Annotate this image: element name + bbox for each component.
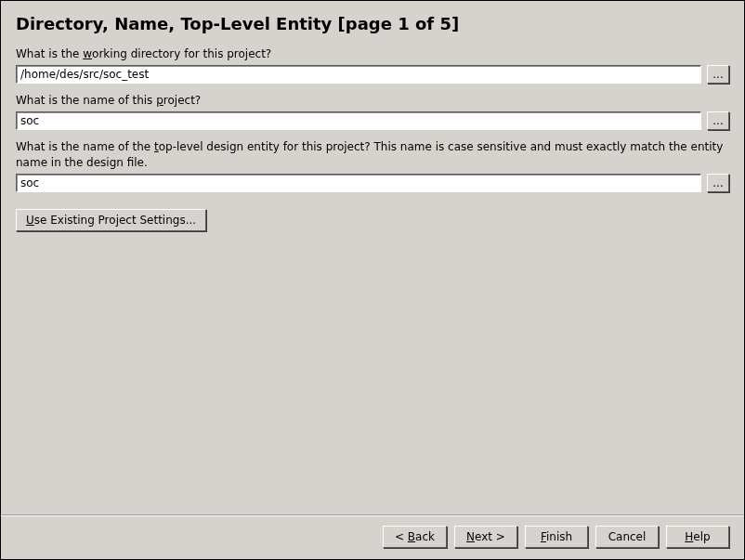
- back-button[interactable]: < Back: [383, 526, 447, 548]
- project-name-input[interactable]: [16, 111, 701, 130]
- top-level-entity-browse-button[interactable]: ...: [707, 174, 729, 192]
- working-directory-label: What is the working directory for this p…: [16, 46, 729, 61]
- working-directory-input[interactable]: [16, 65, 701, 84]
- working-directory-browse-button[interactable]: ...: [707, 65, 729, 84]
- top-level-entity-label: What is the name of the top-level design…: [16, 139, 729, 169]
- project-name-browse-button[interactable]: ...: [707, 111, 729, 130]
- wizard-footer: < Back Next > Finish Cancel Help: [1, 515, 744, 559]
- use-existing-settings-button[interactable]: Use Existing Project Settings...: [16, 209, 206, 231]
- working-directory-block: What is the working directory for this p…: [16, 46, 729, 84]
- next-button[interactable]: Next >: [454, 526, 517, 548]
- wizard-content: Directory, Name, Top-Level Entity [page …: [1, 1, 744, 515]
- help-button[interactable]: Help: [666, 526, 729, 548]
- page-title: Directory, Name, Top-Level Entity [page …: [16, 14, 729, 33]
- top-level-entity-input[interactable]: [16, 174, 701, 192]
- project-name-block: What is the name of this project? ...: [16, 93, 729, 130]
- top-level-entity-block: What is the name of the top-level design…: [16, 139, 729, 191]
- project-name-label: What is the name of this project?: [16, 93, 729, 108]
- wizard-page: Directory, Name, Top-Level Entity [page …: [0, 0, 745, 560]
- cancel-button[interactable]: Cancel: [595, 526, 659, 548]
- finish-button[interactable]: Finish: [525, 526, 588, 548]
